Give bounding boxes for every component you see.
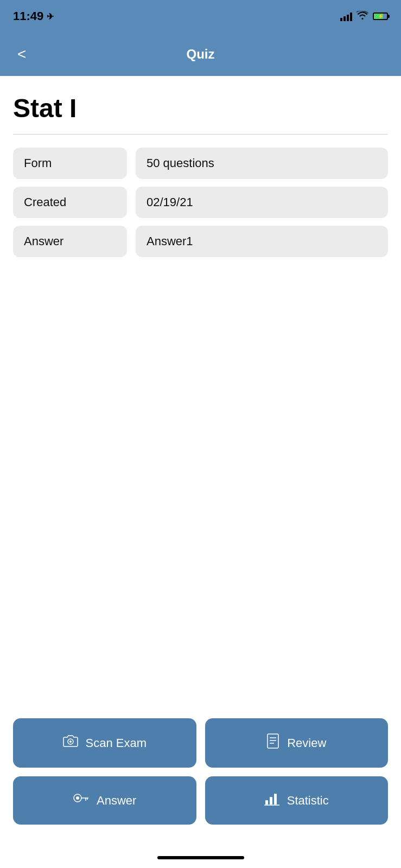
label-created: Created — [13, 187, 127, 218]
svg-point-7 — [76, 796, 79, 800]
time-label: 11:49 — [13, 9, 43, 23]
main-content: Stat I Form 50 questions Created 02/19/2… — [0, 76, 401, 257]
answer-button[interactable]: Answer — [13, 776, 196, 825]
label-answer: Answer — [13, 226, 127, 257]
camera-icon — [63, 735, 78, 751]
svg-rect-2 — [268, 734, 278, 748]
review-icon — [266, 733, 279, 752]
svg-point-1 — [69, 741, 72, 743]
scan-exam-label: Scan Exam — [86, 736, 147, 750]
label-form: Form — [13, 148, 127, 179]
signal-bars-icon — [340, 11, 352, 21]
review-button[interactable]: Review — [205, 718, 389, 768]
title-divider — [13, 134, 388, 135]
wifi-icon — [357, 11, 368, 22]
svg-rect-12 — [270, 797, 272, 805]
status-bar: 11:49 ✈ ⚡ — [0, 0, 401, 33]
battery-icon: ⚡ — [373, 12, 388, 20]
info-row-form: Form 50 questions — [13, 148, 388, 179]
statistic-label: Statistic — [287, 794, 329, 808]
info-grid: Form 50 questions Created 02/19/21 Answe… — [13, 148, 388, 257]
home-indicator — [157, 856, 244, 859]
nav-header: < Quiz — [0, 33, 401, 76]
answer-label: Answer — [97, 794, 136, 808]
location-icon: ✈ — [47, 11, 54, 22]
statistic-button[interactable]: Statistic — [205, 776, 389, 825]
info-row-created: Created 02/19/21 — [13, 187, 388, 218]
scan-exam-button[interactable]: Scan Exam — [13, 718, 196, 768]
quiz-title: Stat I — [13, 93, 388, 123]
nav-title: Quiz — [187, 47, 215, 62]
key-icon — [73, 792, 89, 809]
svg-rect-11 — [265, 800, 268, 805]
value-answer: Answer1 — [136, 226, 388, 257]
info-row-answer: Answer Answer1 — [13, 226, 388, 257]
svg-rect-13 — [274, 794, 277, 805]
review-label: Review — [287, 736, 326, 750]
back-button[interactable]: < — [13, 41, 30, 67]
status-icons: ⚡ — [340, 11, 388, 22]
value-form: 50 questions — [136, 148, 388, 179]
bottom-buttons: Scan Exam Review Answer — [13, 718, 388, 825]
stats-icon — [264, 792, 279, 809]
value-created: 02/19/21 — [136, 187, 388, 218]
status-time: 11:49 ✈ — [13, 9, 54, 23]
